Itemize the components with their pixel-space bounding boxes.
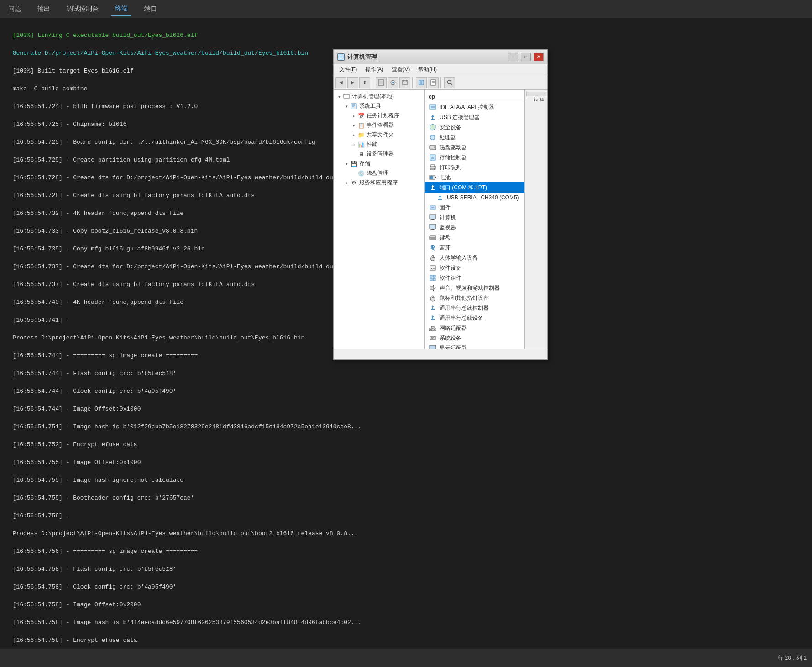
right-item-firmware[interactable]: 固件 — [425, 203, 524, 213]
right-item-ch340[interactable]: USB-SERIAL CH340 (COM5) — [425, 193, 524, 203]
toolbar-separator-2 — [412, 77, 414, 88]
right-item-security[interactable]: 安全设备 — [425, 122, 524, 132]
window-toolbar: ◀ ▶ ⬆ — [334, 75, 547, 90]
up-button[interactable]: ⬆ — [359, 77, 370, 88]
svg-point-44 — [434, 146, 435, 148]
terminal-line-27: [16:56:54.755] - Bootheader config crc: … — [13, 495, 194, 501]
terminal-line-28: [16:56:54.756] - — [13, 512, 70, 519]
terminal-line-34: [16:56:54.758] - Image hash is b'4f4eeca… — [13, 619, 362, 626]
terminal-line-16: [16:56:54.740] - 4K header found,append … — [13, 299, 183, 306]
right-item-battery[interactable]: 电池 — [425, 172, 524, 182]
tree-task-scheduler[interactable]: 📅 任务计划程序 — [334, 111, 424, 120]
menu-item-debug[interactable]: 调试控制台 — [63, 3, 102, 15]
menu-help[interactable]: 帮助(H) — [414, 65, 440, 74]
menu-item-issues[interactable]: 问题 — [5, 3, 25, 15]
menu-action[interactable]: 操作(A) — [361, 65, 387, 74]
right-item-com-port[interactable]: 端口 (COM 和 LPT) — [425, 182, 524, 193]
root-expander[interactable] — [335, 93, 343, 100]
toolbar-btn-5[interactable] — [416, 77, 427, 88]
usb-conn-icon — [429, 113, 437, 121]
far-right-action-btn[interactable]: 操设 — [526, 92, 546, 96]
right-item-audio[interactable]: 声音、视频和游戏控制器 — [425, 283, 524, 293]
right-item-bluetooth[interactable]: 蓝牙 — [425, 243, 524, 253]
menu-item-terminal[interactable]: 终端 — [111, 3, 131, 16]
storage-expander[interactable] — [343, 160, 350, 167]
audio-icon — [429, 284, 437, 292]
right-item-keyboard[interactable]: 键盘 — [425, 233, 524, 243]
terminal-line-20: [16:56:54.744] - Flash config crc: b'b5f… — [13, 370, 177, 377]
services-expander[interactable] — [343, 179, 350, 187]
performance-expander[interactable]: ○ — [350, 141, 357, 148]
device-manager-label: 设备管理器 — [367, 150, 394, 158]
tree-performance[interactable]: ○ 📊 性能 — [334, 140, 424, 149]
maximize-button[interactable]: □ — [521, 53, 531, 61]
task-scheduler-icon: 📅 — [357, 112, 365, 120]
svg-rect-34 — [431, 135, 435, 139]
tree-device-manager[interactable]: 🖥 设备管理器 — [334, 149, 424, 159]
right-item-computer[interactable]: 计算机 — [425, 213, 524, 223]
terminal-line-14: [16:56:54.737] - Create dts for D:/proje… — [13, 263, 362, 270]
forward-button[interactable]: ▶ — [347, 77, 358, 88]
svg-rect-89 — [431, 319, 435, 320]
right-item-hid[interactable]: 人体学输入设备 — [425, 253, 524, 263]
toolbar-btn-7[interactable] — [444, 77, 455, 88]
terminal-line-10: [16:56:54.728] - Create dts using bl_fac… — [13, 192, 255, 199]
right-item-software-comp[interactable]: 软件组件 — [425, 273, 524, 283]
right-item-print-queue[interactable]: 打印队列 — [425, 162, 524, 172]
right-item-monitor[interactable]: 监视器 — [425, 223, 524, 233]
menu-view[interactable]: 查看(V) — [388, 65, 414, 74]
svg-rect-4 — [341, 57, 344, 60]
right-item-usb-ctrl[interactable]: 通用串行总线控制器 — [425, 303, 524, 313]
svg-rect-3 — [338, 57, 341, 60]
security-icon — [429, 123, 437, 131]
right-item-display[interactable]: 显示适配器 — [425, 343, 524, 349]
tree-shared-folders[interactable]: 📁 共享文件夹 — [334, 130, 424, 140]
toolbar-btn-2[interactable] — [376, 77, 387, 88]
tree-root[interactable]: 计算机管理(本地) — [334, 92, 424, 101]
software-dev-icon — [429, 264, 437, 272]
terminal-line-3: [100%] Built target Eyes_bl616.elf — [13, 68, 134, 74]
right-item-usb-conn[interactable]: USB 连接管理器 — [425, 112, 524, 122]
shared-folders-expander[interactable] — [350, 131, 357, 139]
terminal-line-15: [16:56:54.737] - Create dts using bl_fac… — [13, 281, 255, 288]
taskbar: 行 20，列 1 — [0, 649, 812, 667]
toolbar-btn-4[interactable] — [399, 77, 410, 88]
right-item-disk-drive[interactable]: 磁盘驱动器 — [425, 142, 524, 152]
tree-storage[interactable]: 💾 存储 — [334, 159, 424, 168]
menu-item-ports[interactable]: 端口 — [141, 3, 161, 15]
task-scheduler-expander[interactable] — [350, 112, 357, 120]
terminal-line-13: [16:56:54.735] - Copy mfg_bl616_gu_af8b0… — [13, 245, 205, 252]
right-item-system-dev[interactable]: 系统设备 — [425, 333, 524, 343]
right-item-usb-dev[interactable]: 通用串行总线设备 — [425, 313, 524, 323]
right-item-network[interactable]: 网络适配器 — [425, 323, 524, 333]
event-viewer-expander[interactable] — [350, 122, 357, 129]
menu-file[interactable]: 文件(F) — [335, 65, 361, 74]
toolbar-btn-6[interactable] — [428, 77, 439, 88]
toolbar-btn-3[interactable] — [388, 77, 398, 88]
disk-mgmt-expander[interactable] — [350, 170, 357, 177]
tree-services[interactable]: ⚙ 服务和应用程序 — [334, 178, 424, 188]
svg-rect-25 — [351, 104, 356, 109]
tree-disk-mgmt[interactable]: 💿 磁盘管理 — [334, 168, 424, 178]
device-manager-expander[interactable] — [350, 151, 357, 158]
usb-dev-icon — [429, 314, 437, 322]
svg-rect-96 — [435, 329, 436, 331]
close-button[interactable]: ✕ — [534, 53, 544, 61]
svg-rect-79 — [433, 275, 435, 277]
storage-icon: 💾 — [350, 160, 357, 167]
back-button[interactable]: ◀ — [335, 77, 346, 88]
right-item-software-dev[interactable]: 软件设备 — [425, 263, 524, 273]
right-item-mouse[interactable]: 鼠标和其他指针设备 — [425, 293, 524, 303]
right-item-ide-ata[interactable]: IDE ATA/ATAPI 控制器 — [425, 102, 524, 112]
minimize-button[interactable]: ─ — [508, 53, 518, 61]
terminal-line-25: [16:56:54.755] - Image Offset:0x1000 — [13, 459, 141, 466]
processor-icon — [429, 133, 437, 141]
tree-event-viewer[interactable]: 📋 事件查看器 — [334, 120, 424, 130]
system-tools-expander[interactable] — [343, 103, 350, 110]
tree-system-tools[interactable]: 系统工具 — [334, 101, 424, 111]
right-item-storage-ctrl[interactable]: 存储控制器 — [425, 152, 524, 162]
right-item-processor[interactable]: 处理器 — [425, 132, 524, 142]
system-dev-icon — [429, 334, 437, 342]
svg-rect-80 — [430, 278, 432, 281]
menu-item-output[interactable]: 输出 — [34, 3, 54, 15]
